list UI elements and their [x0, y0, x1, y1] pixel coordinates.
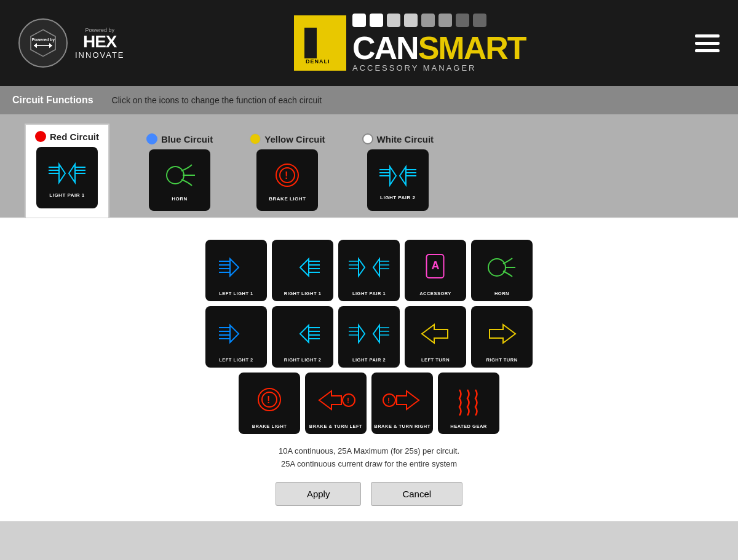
circuit-blue-function-label: HORN: [172, 196, 188, 202]
info-line-2: 25A continuous current draw for the enti…: [25, 458, 713, 471]
circuit-blue-card[interactable]: HORN: [149, 149, 210, 211]
icon-light-pair-1[interactable]: LIGHT PAIR 1: [338, 240, 400, 301]
svg-point-48: [488, 259, 506, 276]
circuit-red-function-label: LIGHT PAIR 1: [49, 192, 84, 198]
svg-marker-27: [400, 167, 406, 185]
svg-marker-3: [34, 43, 37, 48]
circuit-yellow-label: Yellow Circuit: [250, 133, 325, 144]
icon-heated-gear-label: HEATED GEAR: [450, 424, 487, 429]
svg-point-16: [167, 167, 184, 184]
innovate-label: INNOVATE: [75, 50, 125, 60]
menu-button[interactable]: [695, 34, 720, 52]
svg-text:!: !: [387, 396, 390, 405]
icon-left-light-1-label: LEFT LIGHT 1: [219, 291, 253, 296]
icon-right-light-2-label: RIGHT LIGHT 2: [284, 357, 322, 363]
cansmart-text-block: CAN SMART ACCESSORY MANAGER: [352, 14, 526, 73]
circuit-white-function-label: LIGHT PAIR 2: [380, 195, 415, 200]
squares-row: [352, 14, 526, 27]
svg-marker-63: [373, 325, 379, 342]
icon-light-pair-1-label: LIGHT PAIR 1: [352, 291, 386, 296]
icon-brake-turn-right[interactable]: ! BRAKE & TURN RIGHT: [371, 373, 433, 434]
circuit-white-label: White Circuit: [362, 133, 434, 144]
hamburger-line-3: [695, 49, 720, 52]
circuit-red-dot: [35, 131, 46, 142]
header-left: Powered by Powered by HEX INNOVATE: [18, 18, 125, 68]
svg-marker-72: [319, 391, 341, 409]
circuit-yellow-dot: [250, 133, 261, 144]
svg-text:!: !: [267, 395, 270, 405]
button-row: Apply Cancel: [25, 482, 713, 506]
icon-row-2: LEFT LIGHT 2 RIGHT LIGHT 2: [205, 306, 533, 368]
svg-marker-62: [359, 325, 365, 342]
svg-marker-0: [31, 30, 55, 56]
icon-right-light-2[interactable]: RIGHT LIGHT 2: [272, 306, 333, 368]
icon-brake-turn-right-label: BRAKE & TURN RIGHT: [374, 424, 430, 429]
circuit-functions-title: Circuit Functions: [12, 95, 93, 106]
icon-brake-light-label: BRAKE LIGHT: [252, 424, 287, 429]
svg-text:Powered by: Powered by: [32, 37, 55, 42]
icon-left-light-2-label: LEFT LIGHT 2: [219, 357, 253, 363]
sq8: [473, 14, 486, 27]
svg-marker-11: [59, 164, 65, 183]
svg-marker-15: [69, 164, 75, 183]
hamburger-line-1: [695, 34, 720, 37]
cansmart-logo: DENALI CAN SMART ACCESSORY MANAGER: [294, 14, 526, 73]
main-content: LEFT LIGHT 1 RIGHT LIGHT 1: [0, 217, 738, 521]
icon-heated-gear[interactable]: HEATED GEAR: [438, 373, 499, 434]
sq2: [370, 14, 383, 27]
denali-box: DENALI: [294, 15, 346, 71]
circuit-red-label: Red Circuit: [35, 131, 99, 142]
cancel-button[interactable]: Cancel: [371, 482, 462, 506]
icon-brake-turn-left[interactable]: ! BRAKE & TURN LEFT: [305, 373, 367, 434]
icon-brake-turn-left-label: BRAKE & TURN LEFT: [309, 424, 362, 429]
sq3: [387, 14, 400, 27]
svg-marker-23: [390, 167, 396, 185]
circuit-functions-desc: Click on the icons to change the functio…: [112, 95, 322, 105]
function-icon-grid: LEFT LIGHT 1 RIGHT LIGHT 1: [25, 240, 713, 434]
svg-marker-42: [373, 259, 379, 276]
header: Powered by Powered by HEX INNOVATE DENAL…: [0, 0, 738, 86]
info-text: 10A continuous, 25A Maximum (for 25s) pe…: [25, 445, 713, 471]
icon-left-turn-label: LEFT TURN: [421, 357, 450, 363]
icon-left-turn[interactable]: LEFT TURN: [405, 306, 466, 368]
icon-light-pair-2[interactable]: LIGHT PAIR 2: [338, 306, 400, 368]
circuit-blue-text: Blue Circuit: [161, 134, 213, 144]
svg-marker-32: [230, 259, 239, 276]
icon-accessory[interactable]: A ACCESSORY: [405, 240, 466, 301]
info-line-1: 10A continuous, 25A Maximum (for 25s) pe…: [25, 445, 713, 458]
svg-marker-41: [359, 259, 365, 276]
icon-right-turn[interactable]: RIGHT TURN: [471, 306, 533, 368]
sq1: [352, 14, 366, 27]
circuit-white-card[interactable]: LIGHT PAIR 2: [367, 149, 429, 211]
svg-marker-37: [300, 259, 309, 276]
sq5: [421, 14, 435, 27]
svg-text:A: A: [432, 259, 440, 272]
icon-left-light-2[interactable]: LEFT LIGHT 2: [205, 306, 267, 368]
icon-right-light-1-label: RIGHT LIGHT 1: [284, 291, 322, 296]
hamburger-line-2: [695, 42, 720, 45]
icon-light-pair-2-label: LIGHT PAIR 2: [352, 357, 386, 363]
icon-left-light-1[interactable]: LEFT LIGHT 1: [205, 240, 267, 301]
circuit-yellow-function-label: BRAKE LIGHT: [269, 196, 306, 202]
circuit-blue[interactable]: Blue Circuit HORN: [146, 133, 213, 217]
icon-brake-light[interactable]: ! BRAKE LIGHT: [239, 373, 300, 434]
circuit-red[interactable]: Red Circuit LIGHT PAIR 1: [25, 124, 109, 218]
icon-right-turn-label: RIGHT TURN: [486, 357, 517, 363]
icon-horn-1[interactable]: HORN: [471, 240, 533, 301]
circuit-yellow[interactable]: Yellow Circuit ! BRAKE LIGHT: [250, 133, 325, 217]
apply-button[interactable]: Apply: [276, 482, 362, 506]
icon-row-1: LEFT LIGHT 1 RIGHT LIGHT 1: [205, 240, 533, 301]
icon-row-3: ! BRAKE LIGHT ! BRAKE & TURN LEFT !: [239, 373, 499, 434]
hex-innovate-logo: Powered by: [18, 18, 68, 68]
cansmart-brand: CAN SMART: [352, 30, 526, 66]
circuit-blue-label: Blue Circuit: [146, 133, 213, 144]
svg-marker-53: [230, 325, 239, 342]
circuit-white[interactable]: White Circuit LIGHT PAIR 2: [362, 133, 434, 217]
circuit-yellow-card[interactable]: ! BRAKE LIGHT: [256, 149, 318, 211]
icon-horn-label: HORN: [494, 291, 509, 296]
svg-text:!: !: [347, 396, 349, 405]
circuit-selector: Red Circuit LIGHT PAIR 1 Blue Circuit: [0, 114, 738, 217]
circuit-red-card[interactable]: LIGHT PAIR 1: [36, 147, 98, 208]
icon-right-light-1[interactable]: RIGHT LIGHT 1: [272, 240, 333, 301]
sq6: [438, 14, 452, 27]
